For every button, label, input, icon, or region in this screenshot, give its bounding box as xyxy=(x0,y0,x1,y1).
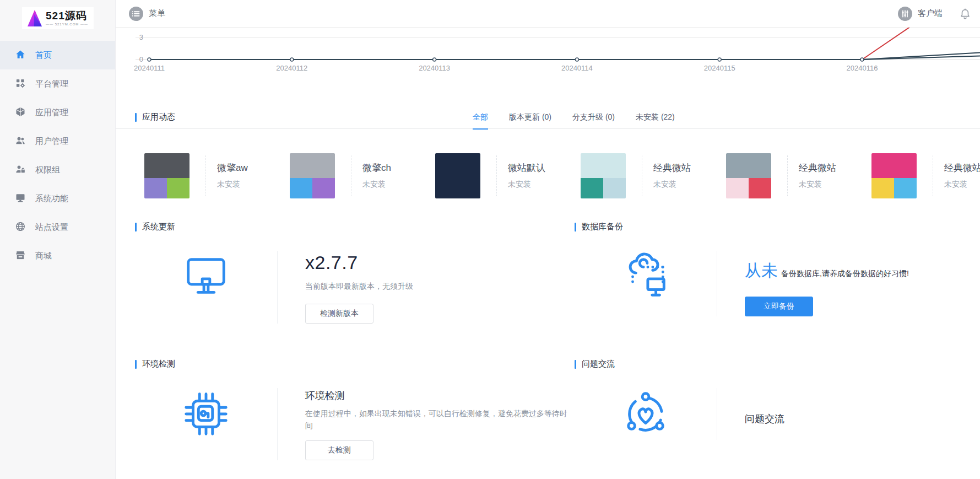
backup-now-button[interactable]: 立即备份 xyxy=(745,297,813,316)
sidebar-item-system[interactable]: 系统功能 xyxy=(0,184,115,213)
qa-panel: 问题交流 问题交流 xyxy=(575,359,961,460)
env-check-desc: 在使用过程中，如果出现未知错误，可以自行检测修复，避免花费过多等待时间 xyxy=(305,408,575,432)
title-accent-bar xyxy=(135,113,137,122)
app-status: 未安装 xyxy=(944,180,980,190)
topbar: 菜单 客户端 xyxy=(116,0,980,28)
sidebar-item-apps[interactable]: 应用管理 xyxy=(0,98,115,127)
brand-logo[interactable]: 521源码 —— 521YM.COM —— xyxy=(0,0,115,36)
sidebar-item-home[interactable]: 首页 xyxy=(0,41,115,69)
app-thumbnail[interactable] xyxy=(435,153,480,198)
card-divider xyxy=(787,155,788,196)
app-feed-header: 应用动态 全部 版本更新 (0) 分支升级 (0) 未安装 (22) xyxy=(116,106,980,129)
svg-text:20240115: 20240115 xyxy=(704,64,735,72)
app-status: 未安装 xyxy=(362,180,391,190)
store-icon xyxy=(15,250,26,262)
app-feed-tabs: 全部 版本更新 (0) 分支升级 (0) 未安装 (22) xyxy=(473,106,675,129)
svg-text:20240112: 20240112 xyxy=(276,64,307,72)
card-divider xyxy=(496,155,497,196)
app-thumbnail[interactable] xyxy=(726,153,771,198)
svg-text:20240111: 20240111 xyxy=(134,64,165,72)
app-name: 经典微站 xyxy=(799,162,836,174)
chip-icon xyxy=(180,388,232,440)
panels-grid: 系统更新 x2.7.7 当前版本即最新版本，无须升级 检测新版本 xyxy=(116,206,980,460)
menu-button[interactable]: 菜单 xyxy=(129,7,165,21)
site-settings-icon xyxy=(15,221,26,234)
app-status: 未安装 xyxy=(653,180,691,190)
app-card[interactable]: 经典微站 未安装 xyxy=(726,145,871,206)
app-card[interactable]: 微擎aw 未安装 xyxy=(144,145,290,206)
feed-tab-3[interactable]: 未安装 (22) xyxy=(636,106,675,129)
app-name: 微擎ch xyxy=(362,162,391,174)
card-divider xyxy=(642,155,642,196)
qa-title: 问题交流 xyxy=(575,359,961,369)
users-icon xyxy=(15,135,26,148)
app-name: 经典微站 xyxy=(944,162,980,174)
sidebar-item-site-settings[interactable]: 站点设置 xyxy=(0,213,115,241)
db-backup-panel: 数据库备份 从未 xyxy=(575,222,961,324)
feed-tab-0[interactable]: 全部 xyxy=(473,106,488,129)
brand-name: 521源码 xyxy=(46,10,88,21)
apps-icon xyxy=(15,106,26,119)
card-divider xyxy=(205,155,206,196)
backup-hint-text: 备份数据库,请养成备份数据的好习惯! xyxy=(781,269,909,279)
client-label: 客户端 xyxy=(918,8,943,19)
system-update-title: 系统更新 xyxy=(135,222,575,232)
app-thumbnail[interactable] xyxy=(871,153,917,198)
env-check-title: 环境检测 xyxy=(135,359,575,369)
app-card[interactable]: 经典微站 未安装 xyxy=(871,145,980,206)
feed-tab-1[interactable]: 版本更新 (0) xyxy=(509,106,551,129)
app-thumbnail[interactable] xyxy=(290,153,335,198)
sidebar-item-platform[interactable]: 平台管理 xyxy=(0,69,115,98)
app-card[interactable]: 微站默认 未安装 xyxy=(435,145,581,206)
svg-text:20240116: 20240116 xyxy=(847,64,878,72)
main-content: 菜单 客户端 0320 xyxy=(116,0,980,479)
sidebar-nav: 首页 平台管理 应用管理 用户管理 权限组 系统功能 站点设置 商城 xyxy=(0,41,115,270)
app-name: 微站默认 xyxy=(508,162,545,174)
permissions-icon xyxy=(15,164,26,176)
env-check-panel: 环境检测 环境检测 在使用过程中，如果出现未知错误，可以自行检测修复，避免花费过… xyxy=(135,359,575,460)
db-backup-title: 数据库备份 xyxy=(575,222,961,232)
app-name: 经典微站 xyxy=(653,162,691,174)
notification-bell-icon[interactable] xyxy=(959,8,971,20)
sidebar-item-users[interactable]: 用户管理 xyxy=(0,127,115,155)
app-cards-row: 微擎aw 未安装 微擎ch 未安装 微站默认 未安装 经典微站 未安装 经典微站 xyxy=(116,129,980,206)
sidebar-item-permissions[interactable]: 权限组 xyxy=(0,155,115,184)
title-accent-bar xyxy=(135,223,137,232)
svg-text:0: 0 xyxy=(139,55,143,63)
brand-triangle-icon xyxy=(28,10,42,26)
menu-label: 菜单 xyxy=(149,8,165,19)
app-status: 未安装 xyxy=(508,180,545,190)
app-status: 未安装 xyxy=(217,180,248,190)
current-version: x2.7.7 xyxy=(305,252,413,273)
card-divider xyxy=(351,155,351,196)
svg-text:3: 3 xyxy=(139,33,143,41)
title-accent-bar xyxy=(575,223,576,232)
qa-heading: 问题交流 xyxy=(745,412,784,426)
client-icon xyxy=(898,7,912,21)
svg-text:20240113: 20240113 xyxy=(419,64,450,72)
check-new-version-button[interactable]: 检测新版本 xyxy=(305,304,373,324)
community-heart-icon xyxy=(620,388,672,440)
sidebar-item-store[interactable]: 商城 xyxy=(0,241,115,270)
env-check-heading: 环境检测 xyxy=(305,389,575,402)
cloud-backup-icon xyxy=(620,251,672,303)
app-thumbnail[interactable] xyxy=(581,153,626,198)
monitor-icon xyxy=(180,251,232,303)
last-backup-value: 从未 xyxy=(745,260,778,282)
app-name: 微擎aw xyxy=(217,162,248,174)
svg-text:20240114: 20240114 xyxy=(561,64,593,72)
card-divider xyxy=(933,155,933,196)
title-accent-bar xyxy=(575,360,576,369)
client-button[interactable]: 客户端 xyxy=(898,7,943,21)
system-update-panel: 系统更新 x2.7.7 当前版本即最新版本，无须升级 检测新版本 xyxy=(135,222,575,324)
feed-tab-2[interactable]: 分支升级 (0) xyxy=(572,106,615,129)
menu-icon xyxy=(129,7,143,21)
app-card[interactable]: 微擎ch 未安装 xyxy=(290,145,435,206)
platform-icon xyxy=(15,78,26,90)
go-check-button[interactable]: 去检测 xyxy=(305,440,373,460)
app-status: 未安装 xyxy=(799,180,836,190)
sidebar: 521源码 —— 521YM.COM —— 首页 平台管理 应用管理 用户管理 … xyxy=(0,0,116,479)
app-thumbnail[interactable] xyxy=(144,153,189,198)
system-icon xyxy=(15,192,26,205)
app-card[interactable]: 经典微站 未安装 xyxy=(581,145,726,206)
